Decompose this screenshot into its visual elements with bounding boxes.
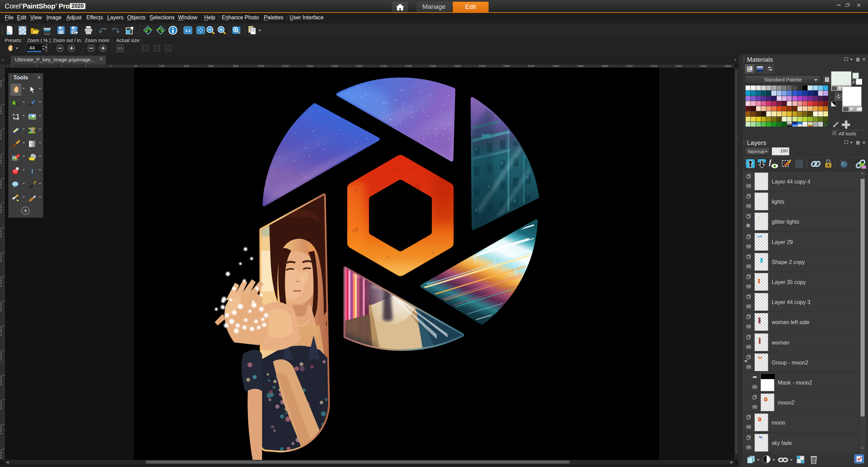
svg-text:3200: 3200 [529, 64, 535, 68]
svg-text:0: 0 [0, 85, 2, 88]
svg-text:f: f [769, 158, 772, 166]
svg-text:1200: 1200 [283, 64, 289, 68]
svg-text:0: 0 [0, 309, 2, 312]
svg-text:2800: 2800 [480, 64, 486, 68]
svg-text:2200: 2200 [406, 64, 412, 68]
svg-text:3400: 3400 [554, 64, 559, 68]
svg-text:3000: 3000 [505, 64, 510, 68]
svg-text:0: 0 [136, 64, 137, 68]
svg-text:1400: 1400 [308, 64, 314, 68]
svg-text:0: 0 [0, 456, 2, 460]
svg-text:1800: 1800 [357, 64, 363, 68]
svg-text:800: 800 [234, 64, 238, 68]
svg-text:0: 0 [0, 260, 2, 263]
svg-text:0: 0 [0, 210, 2, 213]
svg-text:200: 200 [160, 64, 165, 68]
svg-text:400: 400 [185, 64, 189, 68]
svg-text:2400: 2400 [431, 64, 436, 68]
svg-text:4800: 4800 [726, 64, 731, 68]
svg-text:1:1: 1:1 [185, 29, 191, 33]
svg-text:0: 0 [0, 186, 2, 189]
svg-text:0: 0 [0, 161, 2, 164]
svg-text:3800: 3800 [603, 64, 609, 68]
svg-text:T: T [30, 167, 35, 175]
svg-text:0: 0 [0, 383, 2, 386]
svg-text:0: 0 [0, 407, 2, 410]
svg-text:0: 0 [0, 112, 2, 115]
svg-text:0: 0 [0, 284, 2, 287]
svg-text:600: 600 [210, 64, 214, 68]
svg-text:0: 0 [0, 137, 2, 140]
svg-text:0: 0 [0, 334, 2, 337]
svg-text:3600: 3600 [578, 64, 584, 68]
svg-text:1000: 1000 [259, 64, 264, 68]
svg-text:4000: 4000 [627, 64, 633, 68]
svg-text:4200: 4200 [652, 64, 658, 68]
svg-text:0: 0 [0, 235, 2, 238]
svg-text:1600: 1600 [332, 64, 338, 68]
svg-text:0: 0 [0, 432, 2, 435]
svg-text:4400: 4400 [676, 64, 682, 68]
svg-text:4600: 4600 [701, 64, 707, 68]
svg-text:2000: 2000 [381, 64, 387, 68]
svg-text:2600: 2600 [455, 64, 461, 68]
svg-text:0: 0 [0, 358, 2, 361]
